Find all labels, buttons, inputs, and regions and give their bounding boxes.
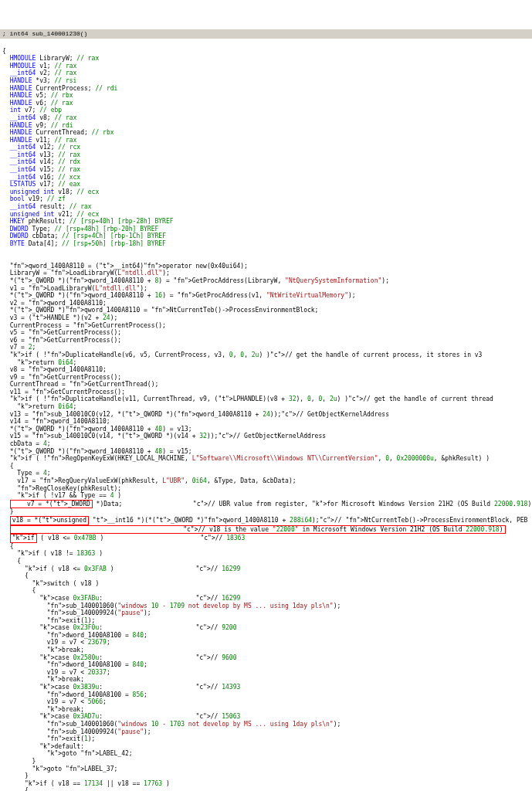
- header-line: ; int64 sub_140001230(): [0, 29, 532, 39]
- fn-brace-open: {: [2, 48, 6, 55]
- code-view: { HMODULE LibraryW; // rax HMODULE v1; /…: [0, 46, 532, 791]
